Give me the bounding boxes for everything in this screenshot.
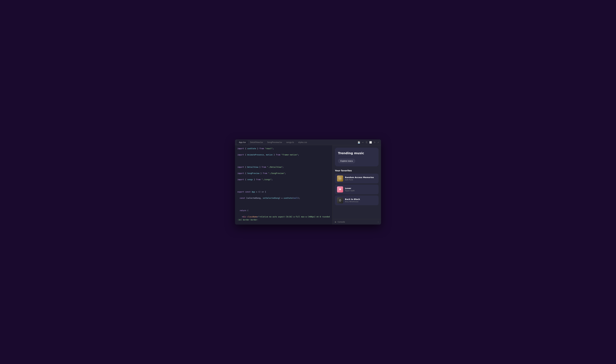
preview-panel: Trending music Explore now ▸ Your favori… [332, 145, 381, 224]
close-icon[interactable]: ⤢ [377, 141, 379, 143]
album-art-ram [337, 175, 343, 182]
song-artist-lover: Taylor Swift [345, 190, 376, 192]
refresh-icon[interactable]: ↻ [374, 141, 376, 143]
tab-detail-view[interactable]: DetailView.tsx [248, 140, 265, 144]
song-item-lover[interactable]: Lover Taylor Swift [335, 185, 379, 194]
console-label: Console [338, 221, 345, 223]
song-title-lover: Lover [345, 187, 376, 189]
code-editor[interactable]: import { useState } from "react"; import… [235, 145, 332, 224]
favorites-title: Your favorites [335, 169, 379, 172]
song-info-ram: Random Access Memories Daft Punk [345, 176, 376, 181]
song-item-btb[interactable]: Back to Black Amy Winehouse [335, 195, 379, 205]
tab-app-tsx[interactable]: App.tsx [237, 140, 248, 144]
menu-icon[interactable]: ☰ [366, 141, 368, 143]
song-info-btb: Back to Black Amy Winehouse [345, 198, 376, 203]
song-artist-btb: Amy Winehouse [345, 201, 376, 203]
app-window: App.tsx DetailView.tsx SongPreview.tsx s… [235, 140, 381, 224]
main-content: import { useState } from "react"; import… [235, 145, 381, 224]
svg-point-3 [339, 200, 341, 201]
song-title-btb: Back to Black [345, 198, 376, 200]
undo-icon[interactable]: ↩ [362, 141, 364, 143]
tab-song-preview[interactable]: SongPreview.tsx [265, 140, 284, 144]
trending-music-title: Trending music [338, 151, 376, 155]
console-bar[interactable]: ▶ Console › [332, 219, 381, 224]
console-expand-icon[interactable]: › [378, 221, 379, 223]
save-icon[interactable]: 💾 [357, 141, 360, 143]
console-icon: ▶ [335, 221, 336, 223]
monitor-icon[interactable]: ⬜ [369, 141, 372, 143]
tab-songs[interactable]: songs.ts [284, 140, 296, 144]
song-item-ram[interactable]: Random Access Memories Daft Punk [335, 174, 379, 183]
svg-point-2 [340, 178, 340, 179]
favorites-section: Your favorites Random Access Memories Da [335, 169, 379, 207]
preview-content: Trending music Explore now ▸ Your favori… [332, 145, 381, 219]
toolbar-actions: 💾 ↩ ☰ ⬜ ↻ ⤢ [357, 141, 379, 143]
song-info-lover: Lover Taylor Swift [345, 187, 376, 192]
explore-button[interactable]: Explore now ▸ [338, 159, 355, 163]
tab-bar: App.tsx DetailView.tsx SongPreview.tsx s… [235, 140, 381, 145]
tab-styles[interactable]: styles.css [296, 140, 309, 144]
song-artist-ram: Daft Punk [345, 179, 376, 181]
music-hero-card: Trending music Explore now ▸ [335, 148, 379, 166]
album-art-lover [337, 186, 343, 193]
song-title-ram: Random Access Memories [345, 176, 376, 179]
album-art-btb [337, 197, 343, 203]
